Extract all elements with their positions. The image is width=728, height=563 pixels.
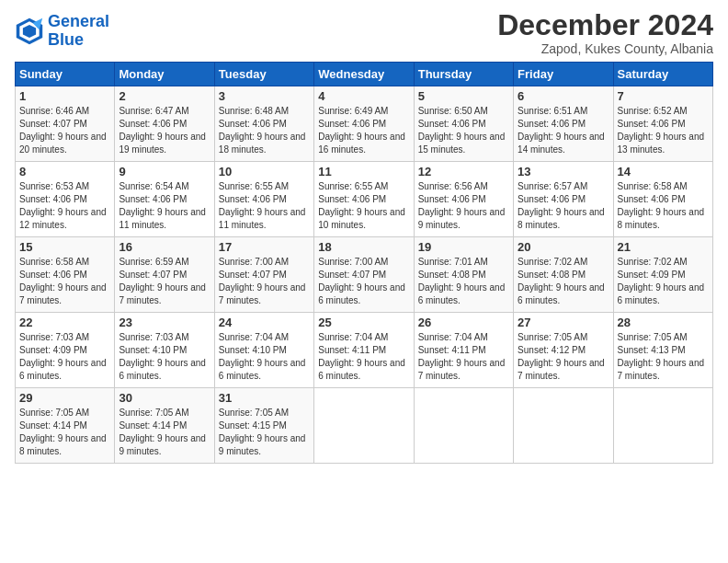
calendar-cell: 31Sunrise: 7:05 AMSunset: 4:15 PMDayligh…	[214, 388, 313, 464]
calendar-cell: 10Sunrise: 6:55 AMSunset: 4:06 PMDayligh…	[214, 162, 313, 237]
logo-icon	[15, 17, 44, 46]
calendar-cell: 25Sunrise: 7:04 AMSunset: 4:11 PMDayligh…	[314, 313, 414, 388]
day-number: 20	[518, 240, 609, 254]
day-info: Sunrise: 6:51 AMSunset: 4:06 PMDaylight:…	[518, 105, 609, 156]
day-info: Sunrise: 7:04 AMSunset: 4:11 PMDaylight:…	[418, 331, 509, 383]
calendar-row: 8Sunrise: 6:53 AMSunset: 4:06 PMDaylight…	[16, 162, 713, 237]
day-number: 10	[219, 165, 310, 178]
day-info: Sunrise: 7:05 AMSunset: 4:14 PMDaylight:…	[19, 407, 110, 458]
calendar-cell: 8Sunrise: 6:53 AMSunset: 4:06 PMDaylight…	[16, 162, 115, 237]
day-info: Sunrise: 7:05 AMSunset: 4:13 PMDaylight:…	[618, 331, 709, 383]
calendar-cell: 28Sunrise: 7:05 AMSunset: 4:13 PMDayligh…	[613, 313, 712, 388]
calendar-table: Sunday Monday Tuesday Wednesday Thursday…	[15, 62, 713, 464]
calendar-cell: 4Sunrise: 6:49 AMSunset: 4:06 PMDaylight…	[314, 86, 414, 162]
calendar-row: 22Sunrise: 7:03 AMSunset: 4:09 PMDayligh…	[16, 313, 713, 388]
day-number: 22	[19, 316, 110, 329]
day-info: Sunrise: 6:58 AMSunset: 4:06 PMDaylight:…	[618, 180, 709, 232]
calendar-cell: 2Sunrise: 6:47 AMSunset: 4:06 PMDaylight…	[115, 86, 214, 162]
day-number: 14	[618, 165, 709, 178]
calendar-cell: 18Sunrise: 7:00 AMSunset: 4:07 PMDayligh…	[314, 237, 414, 313]
day-info: Sunrise: 6:46 AMSunset: 4:07 PMDaylight:…	[19, 105, 110, 156]
calendar-cell: 21Sunrise: 7:02 AMSunset: 4:09 PMDayligh…	[613, 237, 712, 313]
day-number: 13	[518, 165, 609, 178]
calendar-cell: 15Sunrise: 6:58 AMSunset: 4:06 PMDayligh…	[16, 237, 115, 313]
day-info: Sunrise: 7:00 AMSunset: 4:07 PMDaylight:…	[219, 256, 310, 307]
day-number: 8	[19, 165, 110, 178]
day-number: 18	[318, 240, 409, 254]
calendar-row: 1Sunrise: 6:46 AMSunset: 4:07 PMDaylight…	[16, 86, 713, 162]
col-tuesday: Tuesday	[214, 63, 313, 86]
day-number: 16	[119, 240, 210, 254]
calendar-cell: 13Sunrise: 6:57 AMSunset: 4:06 PMDayligh…	[514, 162, 613, 237]
calendar-cell: 30Sunrise: 7:05 AMSunset: 4:14 PMDayligh…	[115, 388, 214, 464]
calendar-row: 29Sunrise: 7:05 AMSunset: 4:14 PMDayligh…	[16, 388, 713, 464]
day-number: 12	[418, 165, 509, 178]
col-monday: Monday	[115, 63, 214, 86]
day-number: 23	[119, 316, 210, 329]
calendar-cell: 14Sunrise: 6:58 AMSunset: 4:06 PMDayligh…	[613, 162, 712, 237]
calendar-cell	[414, 388, 513, 464]
day-number: 26	[418, 316, 509, 329]
day-info: Sunrise: 6:54 AMSunset: 4:06 PMDaylight:…	[119, 180, 210, 232]
day-number: 29	[19, 391, 110, 405]
calendar-cell: 11Sunrise: 6:55 AMSunset: 4:06 PMDayligh…	[314, 162, 414, 237]
calendar-cell: 17Sunrise: 7:00 AMSunset: 4:07 PMDayligh…	[214, 237, 313, 313]
day-info: Sunrise: 7:02 AMSunset: 4:08 PMDaylight:…	[518, 256, 609, 307]
location-title: Zapod, Kukes County, Albania	[497, 41, 713, 56]
day-number: 4	[318, 89, 409, 103]
day-info: Sunrise: 7:03 AMSunset: 4:09 PMDaylight:…	[19, 331, 110, 383]
calendar-cell: 23Sunrise: 7:03 AMSunset: 4:10 PMDayligh…	[115, 313, 214, 388]
day-number: 6	[518, 89, 609, 103]
calendar-cell: 22Sunrise: 7:03 AMSunset: 4:09 PMDayligh…	[16, 313, 115, 388]
day-number: 30	[119, 391, 210, 405]
day-info: Sunrise: 7:04 AMSunset: 4:11 PMDaylight:…	[318, 331, 409, 383]
col-saturday: Saturday	[613, 63, 712, 86]
day-number: 9	[119, 165, 210, 178]
page-container: General Blue December 2024 Zapod, Kukes …	[0, 0, 728, 473]
day-number: 24	[219, 316, 310, 329]
day-info: Sunrise: 7:05 AMSunset: 4:14 PMDaylight:…	[119, 407, 210, 458]
calendar-cell: 3Sunrise: 6:48 AMSunset: 4:06 PMDaylight…	[214, 86, 313, 162]
calendar-cell: 19Sunrise: 7:01 AMSunset: 4:08 PMDayligh…	[414, 237, 513, 313]
title-block: December 2024 Zapod, Kukes County, Alban…	[497, 9, 713, 56]
day-number: 5	[418, 89, 509, 103]
day-info: Sunrise: 7:02 AMSunset: 4:09 PMDaylight:…	[618, 256, 709, 307]
calendar-cell: 1Sunrise: 6:46 AMSunset: 4:07 PMDaylight…	[16, 86, 115, 162]
calendar-cell	[314, 388, 414, 464]
day-number: 19	[418, 240, 509, 254]
calendar-cell: 20Sunrise: 7:02 AMSunset: 4:08 PMDayligh…	[514, 237, 613, 313]
day-number: 15	[19, 240, 110, 254]
day-number: 2	[119, 89, 210, 103]
logo: General Blue	[15, 13, 109, 50]
day-info: Sunrise: 6:53 AMSunset: 4:06 PMDaylight:…	[19, 180, 110, 232]
calendar-cell: 6Sunrise: 6:51 AMSunset: 4:06 PMDaylight…	[514, 86, 613, 162]
calendar-row: 15Sunrise: 6:58 AMSunset: 4:06 PMDayligh…	[16, 237, 713, 313]
day-info: Sunrise: 7:05 AMSunset: 4:15 PMDaylight:…	[219, 407, 310, 458]
col-thursday: Thursday	[414, 63, 513, 86]
logo-line1: General	[48, 12, 109, 30]
day-number: 1	[19, 89, 110, 103]
calendar-cell: 27Sunrise: 7:05 AMSunset: 4:12 PMDayligh…	[514, 313, 613, 388]
day-info: Sunrise: 6:55 AMSunset: 4:06 PMDaylight:…	[219, 180, 310, 232]
calendar-cell: 29Sunrise: 7:05 AMSunset: 4:14 PMDayligh…	[16, 388, 115, 464]
header: General Blue December 2024 Zapod, Kukes …	[15, 9, 713, 56]
day-info: Sunrise: 6:57 AMSunset: 4:06 PMDaylight:…	[518, 180, 609, 232]
day-info: Sunrise: 6:59 AMSunset: 4:07 PMDaylight:…	[119, 256, 210, 307]
day-info: Sunrise: 6:49 AMSunset: 4:06 PMDaylight:…	[318, 105, 409, 156]
day-number: 21	[618, 240, 709, 254]
day-info: Sunrise: 7:03 AMSunset: 4:10 PMDaylight:…	[119, 331, 210, 383]
day-info: Sunrise: 6:55 AMSunset: 4:06 PMDaylight:…	[318, 180, 409, 232]
day-number: 11	[318, 165, 409, 178]
day-number: 17	[219, 240, 310, 254]
day-info: Sunrise: 7:00 AMSunset: 4:07 PMDaylight:…	[318, 256, 409, 307]
day-number: 25	[318, 316, 409, 329]
calendar-cell: 12Sunrise: 6:56 AMSunset: 4:06 PMDayligh…	[414, 162, 513, 237]
logo-line2: Blue	[48, 31, 109, 50]
logo-text: General Blue	[48, 13, 109, 50]
calendar-body: 1Sunrise: 6:46 AMSunset: 4:07 PMDaylight…	[16, 86, 713, 464]
day-number: 7	[618, 89, 709, 103]
day-info: Sunrise: 6:52 AMSunset: 4:06 PMDaylight:…	[618, 105, 709, 156]
day-number: 3	[219, 89, 310, 103]
col-friday: Friday	[514, 63, 613, 86]
col-sunday: Sunday	[16, 63, 115, 86]
